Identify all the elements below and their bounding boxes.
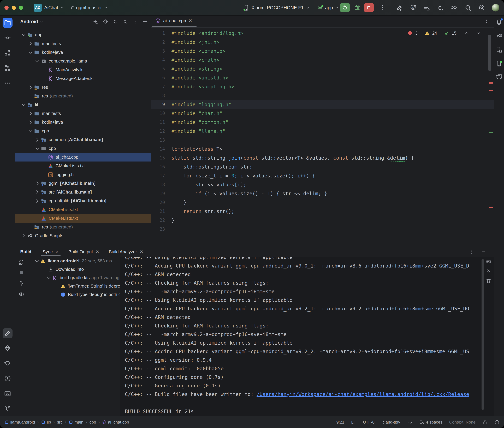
soft-wrap-icon[interactable] bbox=[486, 259, 491, 265]
console-scrollbar[interactable] bbox=[482, 259, 484, 410]
code-editor[interactable]: 1 #include <android/log.h> 2 #include <j… bbox=[151, 29, 494, 247]
terminal-icon[interactable] bbox=[3, 389, 13, 399]
build-options-icon[interactable] bbox=[469, 249, 474, 255]
ai-assistant-icon[interactable] bbox=[3, 358, 13, 368]
build-tree-item[interactable]: build.gradle.kts app 1 warning bbox=[27, 273, 120, 282]
hide-build-window-icon[interactable] bbox=[481, 249, 486, 255]
version-control-icon[interactable] bbox=[3, 404, 13, 414]
expand-icon[interactable] bbox=[34, 136, 41, 143]
expand-icon[interactable] bbox=[20, 232, 27, 239]
editor-tab-ai-chat-cpp[interactable]: C ai_chat.cpp ✕ bbox=[153, 16, 194, 26]
device-selector[interactable]: Xiaomi POCOPHONE F1 bbox=[243, 0, 310, 16]
editor-scrollbar[interactable] bbox=[488, 35, 491, 71]
build-tab-build-output[interactable]: Build Output✕ bbox=[67, 247, 100, 257]
zoom-window-button[interactable] bbox=[19, 6, 23, 10]
debug-button[interactable] bbox=[354, 4, 361, 11]
tree-item-com-example-llama[interactable]: com.example.llama bbox=[15, 57, 151, 66]
rerun-button[interactable] bbox=[340, 3, 350, 12]
collapse-icon[interactable] bbox=[27, 49, 34, 56]
status-widget-4-spaces[interactable]: 4 spaces bbox=[419, 420, 443, 425]
search-everywhere-icon[interactable] bbox=[464, 4, 472, 11]
tree-item-res[interactable]: res (generated) bbox=[15, 223, 151, 231]
close-tab-icon[interactable]: ✕ bbox=[96, 249, 99, 254]
breadcrumb-item[interactable]: cpp bbox=[89, 420, 96, 425]
build-tree-item[interactable]: 'jvmTarget: String' is deprec bbox=[27, 282, 120, 290]
close-tab-icon[interactable]: ✕ bbox=[188, 18, 192, 24]
minimize-window-button[interactable] bbox=[12, 6, 16, 10]
more-run-options-icon[interactable] bbox=[379, 4, 386, 11]
tree-item-kotlin-java[interactable]: kotlin+java bbox=[15, 48, 151, 57]
tree-item-lib[interactable]: lib bbox=[15, 100, 151, 109]
tree-item-cpp[interactable]: cpp bbox=[15, 144, 151, 153]
avatar[interactable] bbox=[492, 4, 499, 11]
next-problem-icon[interactable] bbox=[476, 31, 481, 36]
expand-icon[interactable] bbox=[34, 189, 41, 196]
collapse-icon[interactable] bbox=[46, 275, 52, 281]
pin-icon[interactable] bbox=[18, 280, 24, 287]
expand-icon[interactable] bbox=[27, 119, 34, 126]
build-icon[interactable] bbox=[3, 328, 13, 338]
tree-item-messageadapter-kt[interactable]: MessageAdapter.kt bbox=[15, 74, 151, 83]
tree-item-manifests[interactable]: manifests bbox=[15, 109, 151, 118]
tree-item-cmakelists-txt[interactable]: CMakeLists.txt bbox=[15, 205, 151, 214]
status-widget-9-21[interactable]: 9:21 bbox=[336, 420, 344, 425]
tree-item-mainactivity-kt[interactable]: MainActivity.kt bbox=[15, 66, 151, 74]
project-icon[interactable] bbox=[3, 18, 13, 28]
device-manager-icon[interactable] bbox=[495, 46, 503, 53]
collapse-icon[interactable] bbox=[34, 145, 41, 152]
tree-item-app[interactable]: app bbox=[15, 31, 151, 39]
build-tree-item[interactable]: Download info bbox=[27, 265, 120, 273]
hide-icon[interactable] bbox=[142, 19, 148, 24]
close-tab-icon[interactable]: ✕ bbox=[140, 249, 143, 254]
tree-item-ggml[interactable]: ggml[AiChat.lib.main] bbox=[15, 179, 151, 188]
tree-item-cmakelists-txt[interactable]: CMakeLists.txt bbox=[15, 214, 151, 223]
expand-icon[interactable] bbox=[34, 198, 41, 204]
stop-button[interactable] bbox=[364, 3, 374, 12]
status-widget-unlock-icon[interactable] bbox=[482, 420, 487, 425]
run-configuration-selector[interactable]: app bbox=[317, 0, 339, 16]
clear-icon[interactable] bbox=[486, 278, 491, 284]
rerun-sync-icon[interactable] bbox=[18, 259, 24, 265]
collapse-icon[interactable] bbox=[20, 101, 27, 108]
stop-square-icon[interactable] bbox=[18, 270, 24, 276]
locate-icon[interactable] bbox=[103, 19, 108, 24]
build-tree-item[interactable]: BuildType 'debug' is both de bbox=[27, 290, 120, 299]
close-window-button[interactable] bbox=[4, 6, 9, 10]
view-options-icon[interactable] bbox=[18, 291, 24, 297]
attach-debugger-icon[interactable] bbox=[437, 4, 444, 11]
tree-item-common[interactable]: common[AiChat.lib.main] bbox=[15, 135, 151, 144]
breadcrumb-item[interactable]: Cai_chat.cpp bbox=[102, 420, 129, 425]
status-widget-utf-8[interactable]: UTF-8 bbox=[363, 420, 375, 425]
collapse-icon[interactable] bbox=[34, 258, 40, 264]
tree-item-gradle-scripts[interactable]: Gradle Scripts bbox=[15, 231, 151, 240]
tree-item-cmakelists-txt[interactable]: CMakeLists.txt bbox=[15, 162, 151, 170]
expand-all-icon[interactable] bbox=[112, 19, 118, 24]
tree-item-res[interactable]: res bbox=[15, 83, 151, 92]
tree-item-res[interactable]: res (generated) bbox=[15, 92, 151, 100]
apply-changes-icon[interactable]: A bbox=[410, 4, 417, 11]
breadcrumb-item[interactable]: llama.android bbox=[4, 420, 35, 425]
build-tab-sync[interactable]: Sync✕ bbox=[42, 247, 60, 257]
settings-icon[interactable] bbox=[478, 4, 485, 11]
expand-icon[interactable] bbox=[27, 110, 34, 117]
previous-problem-icon[interactable] bbox=[464, 31, 469, 36]
tree-item-cpp[interactable]: cpp bbox=[15, 127, 151, 135]
status-widget-error-circle-outline-icon[interactable] bbox=[494, 420, 500, 425]
dependencies-icon[interactable] bbox=[3, 343, 13, 353]
scroll-to-end-icon[interactable] bbox=[486, 268, 491, 274]
inspections-widget[interactable]: 3 24 15 bbox=[408, 31, 481, 36]
build-tree-item[interactable]: llama.android: fi22 sec, 583 ms bbox=[27, 257, 120, 265]
tree-item-src[interactable]: src[AiChat.lib.main] bbox=[15, 188, 151, 197]
breadcrumb-item[interactable]: src bbox=[57, 420, 63, 425]
more-tool-windows-icon[interactable] bbox=[3, 78, 13, 88]
status-widget-context-none[interactable]: Context: None bbox=[449, 420, 476, 425]
expand-icon[interactable] bbox=[34, 180, 41, 187]
gemini-icon[interactable] bbox=[495, 74, 503, 81]
gradle-icon[interactable] bbox=[495, 33, 503, 40]
collapse-icon[interactable] bbox=[34, 58, 41, 65]
add-icon[interactable] bbox=[93, 19, 98, 24]
tree-item-kotlin-java[interactable]: kotlin+java bbox=[15, 118, 151, 127]
collapse-icon[interactable] bbox=[27, 128, 34, 134]
project-logo[interactable]: AC bbox=[34, 4, 42, 12]
breadcrumb-item[interactable]: lib bbox=[41, 420, 51, 425]
